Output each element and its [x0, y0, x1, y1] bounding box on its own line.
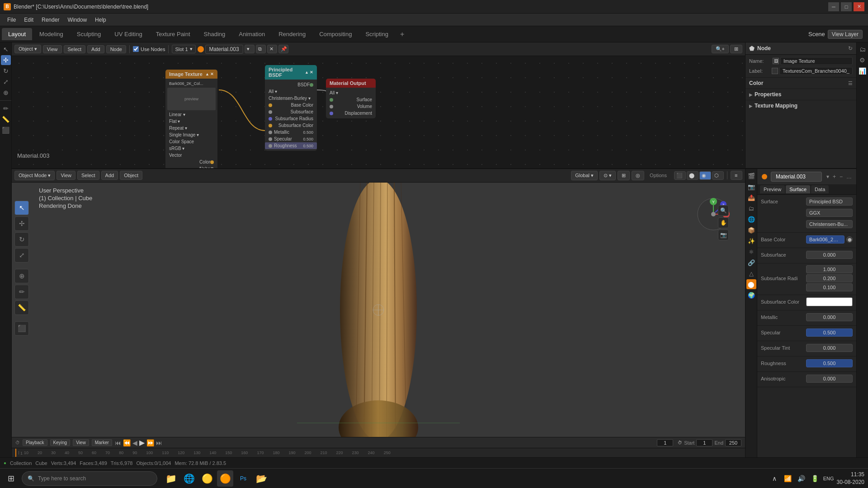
- viewport-solid-mode[interactable]: ⬛: [674, 171, 686, 180]
- vp-proportional-edit[interactable]: ◎: [632, 171, 644, 180]
- node-name-value[interactable]: Image Texture: [780, 57, 853, 65]
- material-browse-btn[interactable]: ▾: [826, 174, 829, 180]
- roughness-value[interactable]: 0.500: [806, 359, 853, 367]
- distribution-dropdown[interactable]: GGX: [806, 209, 853, 217]
- ne-zoom-in[interactable]: 🔍+: [712, 45, 729, 53]
- vp-tool-measure[interactable]: 📏: [14, 300, 29, 315]
- props-output-icon[interactable]: 📤: [746, 192, 756, 202]
- systray-battery-icon[interactable]: 🔋: [810, 473, 821, 484]
- sidebar-tool-measure[interactable]: 📏: [1, 114, 11, 124]
- tab-preview[interactable]: Preview: [760, 185, 785, 193]
- systray-network-icon[interactable]: 📶: [783, 473, 793, 484]
- tab-texture-paint[interactable]: Texture Paint: [150, 28, 197, 40]
- viewport-material-preview[interactable]: ⬤: [687, 171, 698, 180]
- outliner-toggle-icon[interactable]: 🗂: [858, 44, 868, 54]
- surface-type-dropdown[interactable]: Principled BSD: [806, 197, 853, 206]
- props-render-icon[interactable]: 📷: [746, 182, 756, 192]
- viewport-content[interactable]: ↖ ✢ ↻ ⤢ ⊕ ✏ 📏 ⬛ User Perspective (1) Col…: [12, 183, 745, 437]
- sidebar-tool-add-cube[interactable]: ⬛: [1, 125, 11, 135]
- viewport-rendered-mode[interactable]: ◉: [699, 171, 711, 180]
- specular-tint-value[interactable]: 0.000: [806, 344, 853, 352]
- subsurface-radius-z[interactable]: 0.100: [806, 283, 853, 291]
- material-options-btn[interactable]: …: [846, 174, 852, 180]
- current-frame-input[interactable]: [657, 439, 673, 446]
- props-material-icon[interactable]: ⬤: [746, 279, 756, 289]
- menu-edit[interactable]: Edit: [20, 15, 37, 24]
- node-label-value[interactable]: TexturesCom_Branches0040_: [779, 67, 853, 75]
- node-canvas[interactable]: Image Texture ▲ ✕ Bark006_2K_Col... prev…: [12, 56, 745, 168]
- properties-toggle[interactable]: ▶ Properties: [749, 91, 853, 98]
- material-delete-btn[interactable]: −: [840, 174, 843, 180]
- ne-slot-selector[interactable]: Slot 1 ▾: [172, 45, 195, 53]
- props-world-icon[interactable]: 🌍: [746, 290, 756, 300]
- taskbar-search-box[interactable]: 🔍 Type here to search: [22, 471, 157, 486]
- view-layer-button[interactable]: View Layer: [828, 30, 863, 39]
- vp-select-menu[interactable]: Select: [77, 171, 99, 180]
- vp-view-menu[interactable]: View: [57, 171, 75, 180]
- systray-up-arrow[interactable]: ∧: [769, 473, 780, 484]
- tl-play-btn[interactable]: ▶: [139, 438, 145, 447]
- sidebar-tool-select[interactable]: ↖: [1, 44, 11, 54]
- vp-pivot-point[interactable]: ⊙ ▾: [599, 171, 616, 180]
- tab-animation[interactable]: Animation: [232, 28, 271, 40]
- add-workspace-button[interactable]: +: [396, 28, 409, 41]
- tab-modeling[interactable]: Modeling: [33, 28, 70, 40]
- close-button[interactable]: ✕: [854, 2, 864, 11]
- specular-value[interactable]: 0.500: [806, 328, 853, 337]
- vp-viewport-shading[interactable]: Global ▾: [571, 171, 598, 180]
- maximize-button[interactable]: □: [841, 2, 852, 11]
- hand-pan-btn[interactable]: ✋: [718, 217, 729, 228]
- tl-playback-menu[interactable]: Playback: [23, 439, 47, 446]
- subsurface-radius-x[interactable]: 1.000: [806, 265, 853, 273]
- systray-sound-icon[interactable]: 🔊: [796, 473, 807, 484]
- viewport-options-btn[interactable]: Options: [646, 172, 670, 179]
- tab-sculpting[interactable]: Sculpting: [71, 28, 107, 40]
- tl-prev-frame-btn[interactable]: ⏪: [123, 439, 131, 446]
- tab-layout[interactable]: Layout: [2, 28, 32, 40]
- toggle-overlays-btn[interactable]: ≡: [731, 171, 742, 180]
- ne-pin-button[interactable]: 📌: [278, 45, 288, 53]
- tl-jump-start-btn[interactable]: ⏮: [115, 439, 121, 446]
- tab-scripting[interactable]: Scripting: [359, 28, 395, 40]
- ne-snap[interactable]: ⊞: [730, 45, 742, 53]
- windows-start-button[interactable]: ⊞: [2, 469, 20, 488]
- zoom-to-selected-btn[interactable]: 🔍: [718, 205, 729, 216]
- node-panel-refresh[interactable]: ↻: [848, 45, 853, 52]
- ne-material-copy[interactable]: ⧉: [256, 45, 266, 53]
- menu-file[interactable]: File: [4, 15, 19, 24]
- viewport-wireframe-mode[interactable]: ⬡: [712, 171, 724, 180]
- principled-collapse-btn[interactable]: ▲: [305, 70, 309, 75]
- ne-object-type[interactable]: Object ▾: [14, 45, 41, 53]
- tl-next-frame-btn[interactable]: ⏩: [146, 439, 154, 446]
- node-material-output[interactable]: Material Output All ▾ Surface Volume: [326, 79, 376, 118]
- vp-object-menu[interactable]: Object: [120, 171, 142, 180]
- taskbar-app-explorer[interactable]: 📁: [163, 470, 179, 487]
- base-color-value[interactable]: Bark006_2K_...: [806, 235, 844, 244]
- taskbar-app-files[interactable]: 📂: [253, 470, 269, 487]
- subsurface-value[interactable]: 0.000: [806, 251, 853, 259]
- ne-select-menu[interactable]: Select: [64, 45, 86, 53]
- base-color-node-btn[interactable]: ⬤: [846, 236, 853, 243]
- props-constraints-icon[interactable]: 🔗: [746, 258, 756, 267]
- sidebar-tool-rotate[interactable]: ↻: [1, 66, 11, 76]
- taskbar-app-ps[interactable]: Ps: [235, 470, 251, 487]
- props-physics-icon[interactable]: ⚛: [746, 247, 756, 257]
- node-opio-icon[interactable]: 📊: [858, 66, 868, 76]
- tab-data[interactable]: Data: [811, 185, 829, 193]
- props-object-icon[interactable]: 📦: [746, 225, 756, 235]
- menu-help[interactable]: Help: [91, 15, 110, 24]
- taskbar-app-chrome[interactable]: 🟡: [199, 470, 215, 487]
- end-frame-input[interactable]: [725, 439, 741, 446]
- props-particles-icon[interactable]: ✨: [746, 236, 756, 246]
- use-nodes-toggle[interactable]: Use Nodes: [133, 46, 165, 52]
- vp-tool-select[interactable]: ↖: [14, 201, 29, 215]
- tab-rendering[interactable]: Rendering: [272, 28, 312, 40]
- minimize-button[interactable]: ─: [828, 2, 839, 11]
- node-close-btn[interactable]: ✕: [210, 72, 214, 76]
- principled-close-btn[interactable]: ✕: [310, 70, 313, 75]
- ne-material-delete[interactable]: ✕: [267, 45, 277, 53]
- sidebar-tool-move[interactable]: ✢: [1, 55, 11, 65]
- tab-compositing[interactable]: Compositing: [313, 28, 358, 40]
- vp-tool-move[interactable]: ✢: [14, 216, 29, 231]
- tl-marker-menu[interactable]: Marker: [92, 439, 112, 446]
